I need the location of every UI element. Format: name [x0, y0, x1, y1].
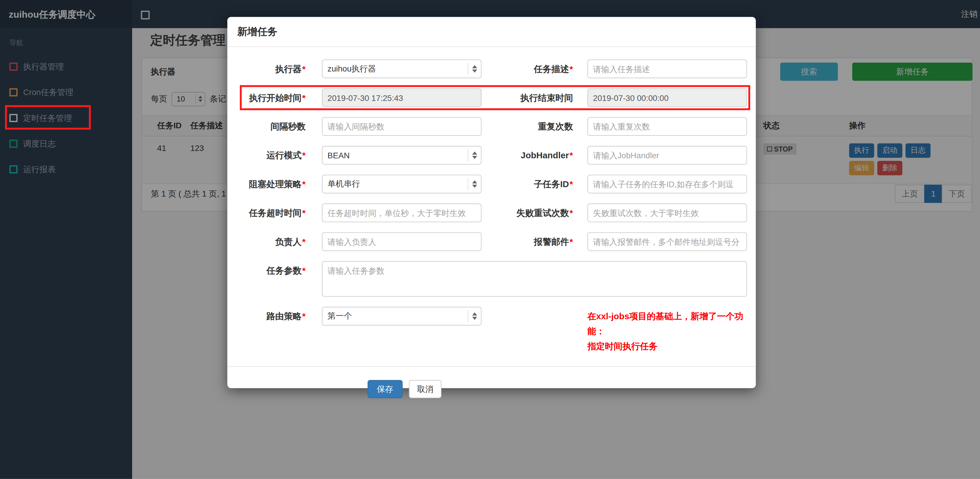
feature-note-line2: 指定时间执行任务 [587, 339, 747, 354]
repeat-count-label: 重复次数 [482, 117, 587, 136]
add-task-form: 执行器* zuihou执行器 任务描述* 执行开始时间* 执行结束时间 间隔秒数… [227, 47, 756, 354]
cancel-button[interactable]: 取消 [409, 380, 441, 398]
block-strategy-select[interactable]: 单机串行 [322, 175, 482, 194]
repeat-count-input[interactable] [587, 117, 747, 136]
executor-select[interactable]: zuihou执行器 [322, 59, 482, 78]
alarm-email-label: 报警邮件* [482, 232, 587, 251]
modal-title: 新增任务 [237, 26, 277, 37]
select-arrows-icon [468, 149, 481, 162]
modal-footer: 保存 取消 [227, 367, 756, 398]
executor-label: 执行器* [227, 59, 322, 78]
glue-type-select[interactable]: BEAN [322, 146, 482, 165]
save-button[interactable]: 保存 [368, 380, 402, 398]
end-time-label: 执行结束时间 [482, 88, 587, 107]
route-strategy-label: 路由策略* [227, 307, 322, 354]
select-arrows-icon [468, 63, 481, 75]
job-desc-label: 任务描述* [482, 59, 587, 78]
add-task-modal: 新增任务 执行器* zuihou执行器 任务描述* 执行开始时间* 执行结束时间… [227, 17, 756, 388]
child-job-id-input[interactable] [587, 175, 747, 194]
select-arrows-icon [468, 178, 481, 190]
feature-note-line1: 在xxl-jobs项目的基础上，新增了一个功能： [587, 309, 747, 339]
modal-header: 新增任务 [227, 17, 756, 47]
feature-note: 在xxl-jobs项目的基础上，新增了一个功能： 指定时间执行任务 [587, 307, 747, 354]
end-time-input[interactable] [587, 88, 747, 107]
job-param-label: 任务参数* [227, 261, 322, 297]
start-time-input[interactable] [322, 88, 482, 107]
timeout-input[interactable] [322, 204, 482, 223]
child-job-id-label: 子任务ID* [482, 175, 587, 194]
block-strategy-label: 阻塞处理策略* [227, 175, 322, 194]
timeout-label: 任务超时时间* [227, 204, 322, 223]
job-desc-input[interactable] [587, 59, 747, 78]
fail-retry-label: 失败重试次数* [482, 204, 587, 223]
interval-input[interactable] [322, 117, 482, 136]
author-input[interactable] [322, 232, 482, 251]
author-label: 负责人* [227, 232, 322, 251]
start-time-label: 执行开始时间* [227, 88, 322, 107]
route-strategy-select[interactable]: 第一个 [322, 307, 482, 326]
job-handler-input[interactable] [587, 146, 747, 165]
app-window: zuihou任务调度中心 注销 导航 执行器管理 Cron任务管理 定时任务管理… [0, 0, 980, 479]
fail-retry-input[interactable] [587, 204, 747, 223]
job-param-textarea[interactable] [322, 261, 747, 297]
alarm-email-input[interactable] [587, 232, 747, 251]
interval-label: 间隔秒数 [227, 117, 322, 136]
select-arrows-icon [468, 310, 481, 323]
job-handler-label: JobHandler* [482, 146, 587, 165]
glue-type-label: 运行模式* [227, 146, 322, 165]
